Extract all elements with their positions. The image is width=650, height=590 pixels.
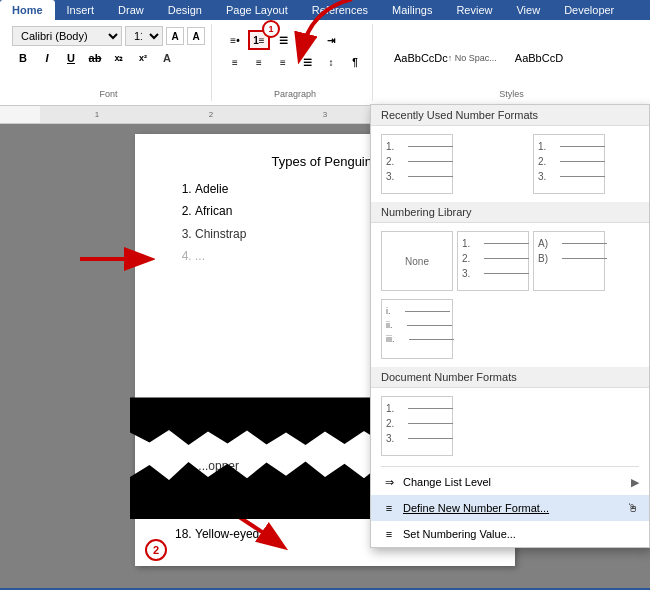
numbering-btn-wrapper: 1≡ 1 <box>248 30 270 50</box>
font-row2: B I U ab x₂ x² A <box>12 48 205 68</box>
decrease-indent-btn[interactable]: ⇤ <box>296 30 318 50</box>
library-none[interactable]: None <box>381 231 453 291</box>
annotation-2: 2 <box>145 539 167 561</box>
superscript-btn[interactable]: x² <box>132 48 154 68</box>
change-list-level-label: Change List Level <box>403 476 625 488</box>
define-new-label: Define New Number Format... <box>403 502 621 514</box>
tab-page-layout[interactable]: Page Layout <box>214 0 300 20</box>
roman-grid: i. ii. iii. <box>371 299 649 367</box>
font-area: Calibri (Body) 11 A A B I U ab x₂ x² A <box>12 26 205 68</box>
justify-btn[interactable]: ☰ <box>296 52 318 72</box>
recent-format-2[interactable]: 1. 2. 3. <box>533 134 605 194</box>
cursor-pointer: 🖱 <box>627 501 639 515</box>
arrow-2-svg <box>75 234 155 284</box>
library-alpha[interactable]: A) B) <box>533 231 605 291</box>
define-new-format-item[interactable]: ≡ Define New Number Format... 🖱 <box>371 495 649 521</box>
set-value-icon: ≡ <box>381 526 397 542</box>
set-value-label: Set Numbering Value... <box>403 528 639 540</box>
text-effect-btn[interactable]: A <box>156 48 178 68</box>
recent-spacer <box>457 134 529 194</box>
sort-btn[interactable]: ↕ <box>320 52 342 72</box>
tab-mailings[interactable]: Mailings <box>380 0 444 20</box>
font-size-select[interactable]: 11 <box>125 26 163 46</box>
bullets-btn[interactable]: ≡• <box>224 30 246 50</box>
paragraph-group: ≡• 1≡ 1 ☰ ⇤ ⇥ ≡ ≡ ≡ ☰ ↕ ¶ <box>218 24 373 101</box>
subscript-btn[interactable]: x₂ <box>108 48 130 68</box>
ribbon: Home Insert Draw Design Page Layout Refe… <box>0 0 650 106</box>
ruler-mark: 3 <box>268 110 382 119</box>
shrink-font-btn[interactable]: A <box>187 27 205 45</box>
align-right-btn[interactable]: ≡ <box>272 52 294 72</box>
underline-btn[interactable]: U <box>60 48 82 68</box>
annotation-1: 1 <box>262 20 280 38</box>
tab-draw[interactable]: Draw <box>106 0 156 20</box>
font-row1: Calibri (Body) 11 A A <box>12 26 205 46</box>
tab-developer[interactable]: Developer <box>552 0 626 20</box>
styles-area: AaBbCcDc ↑ No Spac... AaBbCcD <box>385 26 638 89</box>
strikethrough-btn[interactable]: ab <box>84 48 106 68</box>
font-group: Calibri (Body) 11 A A B I U ab x₂ x² A <box>6 24 212 101</box>
recently-used-title: Recently Used Number Formats <box>371 105 649 126</box>
tab-design[interactable]: Design <box>156 0 214 20</box>
ribbon-tabs: Home Insert Draw Design Page Layout Refe… <box>0 0 650 20</box>
italic-btn[interactable]: I <box>36 48 58 68</box>
numbering-library-grid: None 1. 2. 3. A) B) <box>371 223 649 299</box>
separator-1 <box>381 466 639 467</box>
document-formats-title: Document Number Formats <box>371 367 649 388</box>
style-item-no-space[interactable]: AaBbCcDc ↑ No Spac... <box>387 28 504 87</box>
library-roman[interactable]: i. ii. iii. <box>381 299 453 359</box>
ruler-mark: 1 <box>40 110 154 119</box>
styles-group: AaBbCcDc ↑ No Spac... AaBbCcD Styles <box>379 24 644 101</box>
paragraph-group-label: Paragraph <box>224 89 366 99</box>
tab-references[interactable]: References <box>300 0 380 20</box>
recently-used-grid: 1. 2. 3. 1. 2. 3. <box>371 126 649 202</box>
ribbon-body: Calibri (Body) 11 A A B I U ab x₂ x² A <box>0 20 650 106</box>
number-format-dropdown: Recently Used Number Formats 1. 2. 3. 1.… <box>370 104 650 548</box>
font-name-select[interactable]: Calibri (Body) <box>12 26 122 46</box>
tab-view[interactable]: View <box>504 0 552 20</box>
tab-home[interactable]: Home <box>0 0 55 20</box>
tab-insert[interactable]: Insert <box>55 0 107 20</box>
tab-review[interactable]: Review <box>444 0 504 20</box>
change-list-level-icon: ⇒ <box>381 474 397 490</box>
grow-font-btn[interactable]: A <box>166 27 184 45</box>
style-item-normal[interactable]: AaBbCcD <box>508 28 570 87</box>
show-hide-btn[interactable]: ¶ <box>344 52 366 72</box>
change-list-level-arrow: ▶ <box>631 476 639 489</box>
define-new-icon: ≡ <box>381 500 397 516</box>
library-numeric[interactable]: 1. 2. 3. <box>457 231 529 291</box>
set-numbering-value-item[interactable]: ≡ Set Numbering Value... <box>371 521 649 547</box>
change-list-level-item[interactable]: ⇒ Change List Level ▶ <box>371 469 649 495</box>
align-center-btn[interactable]: ≡ <box>248 52 270 72</box>
recent-format-1[interactable]: 1. 2. 3. <box>381 134 453 194</box>
ruler-mark: 2 <box>154 110 268 119</box>
numbering-library-title: Numbering Library <box>371 202 649 223</box>
bold-btn[interactable]: B <box>12 48 34 68</box>
font-group-label: Font <box>12 89 205 99</box>
doc-format-1[interactable]: 1. 2. 3. <box>381 396 453 456</box>
align-left-btn[interactable]: ≡ <box>224 52 246 72</box>
styles-group-label: Styles <box>385 89 638 99</box>
increase-indent-btn[interactable]: ⇥ <box>320 30 342 50</box>
document-formats-grid: 1. 2. 3. <box>371 388 649 464</box>
